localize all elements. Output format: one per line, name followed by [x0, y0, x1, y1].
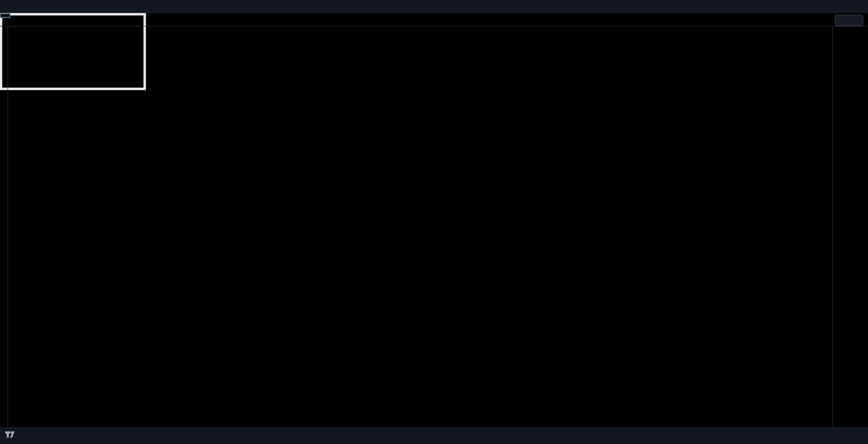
chart-left-border: [8, 26, 8, 427]
footer-bar: [0, 427, 868, 444]
current-price-tag: [833, 9, 868, 17]
chart-window: [0, 13, 868, 427]
annuale-label: [0, 13, 10, 18]
publisher-bar: [0, 0, 868, 13]
tradingview-logo-icon: [5, 431, 15, 438]
chart-plot-area[interactable]: [0, 13, 833, 427]
chart-top-border: [0, 26, 868, 26]
price-axis-separator: [833, 26, 833, 440]
tradingview-published-chart: [0, 0, 868, 444]
tradingview-attribution[interactable]: [5, 431, 18, 438]
annual-wave-inset-image: [0, 13, 146, 90]
